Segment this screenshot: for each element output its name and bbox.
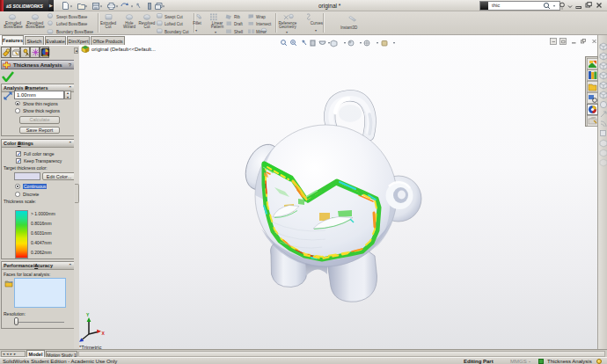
svg-text:Y: Y	[86, 312, 90, 317]
svg-text:X: X	[102, 331, 106, 336]
